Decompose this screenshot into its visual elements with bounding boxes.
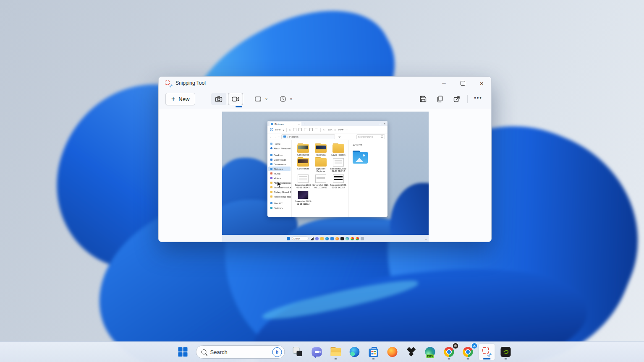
nvidia-button[interactable] [497, 344, 514, 360]
close-button[interactable]: × [472, 77, 491, 89]
snipping-toolbar: + New [159, 89, 491, 109]
bing-icon: b [272, 347, 282, 357]
snipping-tool-button-active[interactable]: ✂ [479, 344, 495, 360]
explorer-file-grid: Camera Roll Panorama Saved Pictures [292, 140, 348, 217]
pictures-icon [270, 168, 272, 170]
file-explorer-icon [330, 348, 341, 356]
refresh-icon: ↻ [338, 135, 340, 138]
rectangle-snip-icon [254, 95, 262, 103]
maximize-button[interactable] [453, 77, 472, 89]
mini-task-view-icon [310, 237, 314, 240]
search-placeholder: Search [210, 349, 269, 355]
copy-icon [436, 95, 444, 103]
active-app-indicator [483, 358, 491, 359]
mini-chrome-icon [356, 237, 359, 240]
mini-dropbox-icon [340, 237, 344, 240]
capture-mode-toggle [211, 93, 243, 105]
delay-dropdown[interactable]: ∨ [279, 95, 293, 103]
minimize-button[interactable]: ─ [435, 77, 453, 89]
share-icon [453, 95, 461, 103]
delete-icon [315, 128, 318, 131]
new-tab-icon: + [304, 122, 305, 125]
sidebar-item-onedrive: Alex - Personal [267, 146, 291, 151]
recorded-file-explorer: Pictures × + ─ × + New ∨ [267, 121, 387, 217]
folder-icon [315, 144, 327, 153]
folder-icon [270, 191, 272, 193]
copy-button[interactable] [434, 93, 446, 105]
snipping-tool-icon: ✂ [482, 347, 492, 357]
teams-chat-button[interactable] [309, 344, 325, 360]
chrome-profile1-button[interactable] [441, 344, 458, 360]
recorded-video-frame[interactable]: Pictures × + ─ × + New ∨ [222, 112, 429, 242]
video-wallpaper-shape [390, 183, 429, 242]
cloud-icon [270, 147, 272, 149]
screenshot-mode-button[interactable] [211, 93, 226, 105]
share-button[interactable] [450, 93, 463, 105]
taskbar-search-box[interactable]: Search b [196, 345, 285, 359]
folder-tile: Screenshots [294, 158, 312, 172]
clock-icon [279, 95, 287, 103]
sidebar-item-music: Music [267, 171, 291, 176]
store-icon [369, 349, 378, 357]
up-icon: ↑ [278, 135, 280, 138]
more-icon: ··· [346, 128, 348, 131]
file-explorer-button[interactable] [327, 344, 344, 360]
search-box-text: Search Pictures [358, 135, 373, 138]
save-button[interactable] [417, 93, 429, 105]
microsoft-store-button[interactable] [365, 344, 382, 360]
paste-icon [298, 128, 302, 131]
desktop-icon [270, 154, 272, 156]
folder-icon [283, 135, 286, 138]
toolbar-divider [467, 95, 468, 103]
sidebar-item-downloads: Downloads [267, 157, 291, 162]
sort-icon: ↑↓ [323, 128, 325, 131]
save-icon [419, 95, 427, 103]
explorer-address-bar: ← → ↑ › Pictures ↻ Search Pictures [267, 133, 387, 140]
explorer-sidebar: Home Alex - Personal Desktop Downloads D… [267, 140, 292, 217]
running-indicator [448, 358, 450, 359]
screenshot-thumbnail [298, 174, 309, 183]
items-count: 10 items [353, 143, 387, 146]
screenshot-thumbnail [333, 174, 344, 183]
running-indicator [467, 358, 469, 359]
explorer-new-label: New [275, 128, 280, 131]
dropbox-icon [407, 348, 416, 356]
folder-icon [270, 182, 272, 184]
tab-title: Pictures [275, 123, 297, 125]
task-view-button[interactable] [290, 344, 306, 360]
see-more-button[interactable]: ••• [472, 93, 484, 105]
firefox-button[interactable] [384, 344, 401, 360]
new-snip-button[interactable]: + New [165, 93, 195, 105]
dropbox-button[interactable] [403, 344, 420, 360]
explorer-toolbar: + New ∨ ✂ ↑↓ Sort ≡ View [267, 126, 387, 133]
chrome-profile-avatar-badge [453, 343, 458, 349]
documents-icon [270, 163, 272, 165]
mini-chrome-icon [351, 237, 354, 240]
record-mode-button[interactable] [228, 93, 243, 105]
edge-dev-icon: DEV [425, 347, 435, 357]
chrome-profile2-button[interactable]: A [460, 344, 476, 360]
share-icon [309, 128, 313, 131]
edge-dev-button[interactable]: DEV [422, 344, 439, 360]
sidebar-item-home: Home [267, 141, 291, 146]
maximize-icon [461, 81, 465, 86]
screenshot-thumbnail [333, 158, 344, 167]
mini-search-pill: Search [292, 237, 309, 240]
explorer-tab: Pictures × [270, 122, 301, 126]
edge-button[interactable] [346, 344, 363, 360]
sidebar-item-this-pc: This PC [267, 201, 291, 206]
running-indicator [372, 358, 375, 359]
address-path: Pictures [289, 135, 298, 138]
snip-shape-dropdown[interactable]: ∨ [254, 95, 268, 103]
folder-tile: Camera Roll [294, 144, 312, 156]
start-button[interactable] [175, 344, 191, 360]
sidebar-item-desktop: Desktop [267, 153, 291, 157]
title-bar[interactable]: ✂ Snipping Tool ─ × [159, 77, 491, 89]
pictures-folder-icon [353, 152, 368, 164]
mini-start-icon [287, 237, 290, 240]
tab-close-icon: × [298, 123, 300, 125]
chrome-icon [444, 347, 454, 357]
screenshot-thumbnail [315, 174, 326, 183]
camera-icon [215, 95, 223, 103]
mini-close-icon: × [384, 122, 385, 125]
